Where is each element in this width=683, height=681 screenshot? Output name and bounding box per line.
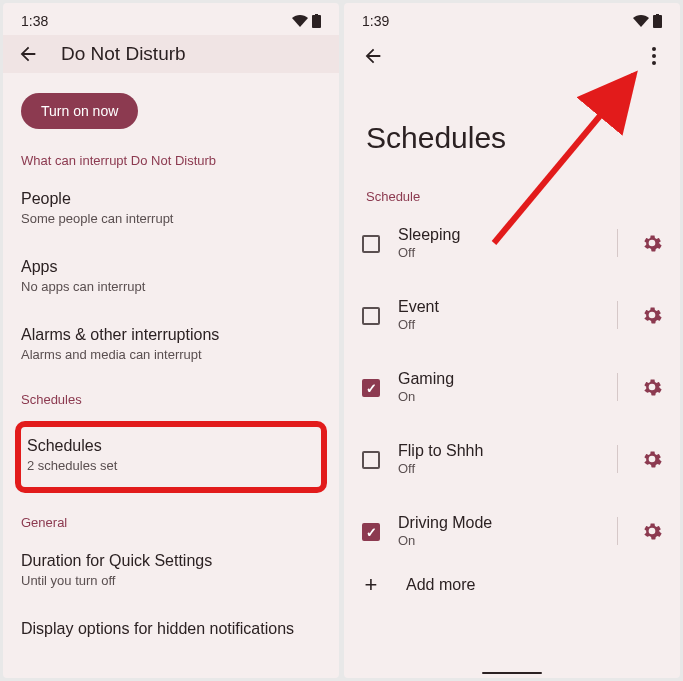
schedule-status: On: [398, 533, 593, 548]
schedule-name: Flip to Shhh: [398, 442, 593, 460]
schedule-row[interactable]: Sleeping Off: [344, 214, 680, 272]
status-icons: [633, 14, 662, 28]
schedule-status: Off: [398, 317, 593, 332]
svg-point-2: [652, 61, 656, 65]
content: Turn on now What can interrupt Do Not Di…: [3, 73, 339, 678]
schedule-checkbox[interactable]: [362, 379, 380, 397]
gear-icon[interactable]: [642, 233, 662, 253]
status-time: 1:38: [21, 13, 48, 29]
schedule-info: Event Off: [398, 298, 593, 332]
schedule-row[interactable]: Driving Mode On: [344, 502, 680, 560]
divider: [617, 517, 618, 545]
svg-point-1: [652, 54, 656, 58]
setting-subtitle: No apps can interrupt: [21, 279, 321, 294]
add-more-row[interactable]: + Add more: [344, 560, 680, 610]
section-header-general: General: [3, 515, 339, 540]
setting-duration[interactable]: Duration for Quick Settings Until you tu…: [3, 540, 339, 600]
status-icons: [292, 14, 321, 28]
schedule-info: Sleeping Off: [398, 226, 593, 260]
schedule-info: Driving Mode On: [398, 514, 593, 548]
setting-title: Apps: [21, 258, 321, 276]
divider: [617, 373, 618, 401]
setting-alarms[interactable]: Alarms & other interruptions Alarms and …: [3, 314, 339, 374]
schedule-name: Driving Mode: [398, 514, 593, 532]
schedule-checkbox[interactable]: [362, 235, 380, 253]
battery-icon: [312, 14, 321, 28]
status-bar: 1:38: [3, 3, 339, 35]
add-more-label: Add more: [398, 576, 475, 594]
schedule-info: Flip to Shhh Off: [398, 442, 593, 476]
page-title: Do Not Disturb: [61, 43, 186, 65]
back-icon[interactable]: [362, 45, 384, 67]
setting-title: Display options for hidden notifications: [21, 620, 321, 638]
svg-point-0: [652, 47, 656, 51]
turn-on-now-button[interactable]: Turn on now: [21, 93, 138, 129]
schedule-row[interactable]: Gaming On: [344, 358, 680, 416]
schedule-name: Sleeping: [398, 226, 593, 244]
back-icon[interactable]: [17, 43, 39, 65]
setting-title: People: [21, 190, 321, 208]
header-bar: [344, 35, 680, 67]
setting-title: Duration for Quick Settings: [21, 552, 321, 570]
page-title: Schedules: [344, 67, 680, 189]
setting-subtitle: Some people can interrupt: [21, 211, 321, 226]
setting-subtitle: Until you turn off: [21, 573, 321, 588]
gear-icon[interactable]: [642, 449, 662, 469]
schedule-list: Sleeping Off Event Off Gaming On Flip to…: [344, 214, 680, 560]
plus-icon: +: [362, 572, 380, 598]
screen-schedules: 1:39 Schedules Schedule Sleeping Off Eve…: [344, 3, 680, 678]
wifi-icon: [292, 15, 308, 27]
battery-icon: [653, 14, 662, 28]
schedule-row[interactable]: Flip to Shhh Off: [344, 430, 680, 488]
divider: [617, 229, 618, 257]
schedule-status: On: [398, 389, 593, 404]
header-bar: Do Not Disturb: [3, 35, 339, 73]
gear-icon[interactable]: [642, 521, 662, 541]
section-header-interrupt: What can interrupt Do Not Disturb: [3, 153, 339, 178]
overflow-menu-icon[interactable]: [646, 46, 662, 66]
setting-subtitle: 2 schedules set: [27, 458, 315, 473]
schedule-name: Gaming: [398, 370, 593, 388]
setting-subtitle: Alarms and media can interrupt: [21, 347, 321, 362]
section-header-schedule: Schedule: [344, 189, 680, 214]
divider: [617, 301, 618, 329]
setting-apps[interactable]: Apps No apps can interrupt: [3, 246, 339, 306]
gear-icon[interactable]: [642, 305, 662, 325]
setting-people[interactable]: People Some people can interrupt: [3, 178, 339, 238]
home-indicator[interactable]: [482, 672, 542, 674]
status-time: 1:39: [362, 13, 389, 29]
highlighted-schedules-item[interactable]: Schedules 2 schedules set: [15, 421, 327, 493]
setting-title: Schedules: [27, 437, 315, 455]
screen-dnd-settings: 1:38 Do Not Disturb Turn on now What can…: [3, 3, 339, 678]
setting-title: Alarms & other interruptions: [21, 326, 321, 344]
setting-display-options[interactable]: Display options for hidden notifications: [3, 608, 339, 653]
schedule-checkbox[interactable]: [362, 307, 380, 325]
schedule-checkbox[interactable]: [362, 523, 380, 541]
divider: [617, 445, 618, 473]
status-bar: 1:39: [344, 3, 680, 35]
schedule-status: Off: [398, 461, 593, 476]
schedule-row[interactable]: Event Off: [344, 286, 680, 344]
gear-icon[interactable]: [642, 377, 662, 397]
schedule-checkbox[interactable]: [362, 451, 380, 469]
section-header-schedules: Schedules: [3, 392, 339, 417]
wifi-icon: [633, 15, 649, 27]
schedule-status: Off: [398, 245, 593, 260]
schedule-info: Gaming On: [398, 370, 593, 404]
schedule-name: Event: [398, 298, 593, 316]
